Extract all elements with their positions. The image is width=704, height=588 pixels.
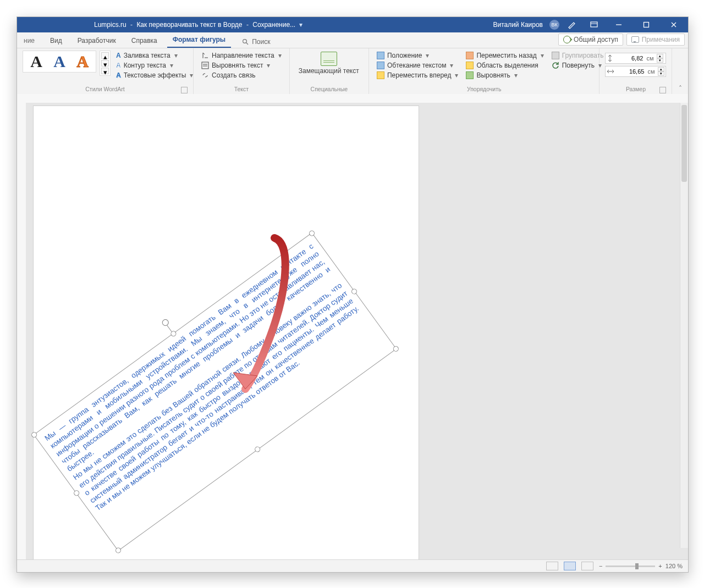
height-up[interactable]: ▴ <box>657 54 663 58</box>
collapse-ribbon-icon[interactable]: ˄ <box>672 82 688 95</box>
comments-button[interactable]: Примечания <box>626 34 685 46</box>
selection-pane-button[interactable]: Область выделения <box>464 60 546 70</box>
bring-forward-button[interactable]: Переместить вперед▾ <box>375 70 460 80</box>
alt-text-icon <box>321 52 337 66</box>
view-print-layout[interactable] <box>564 562 576 570</box>
zoom-control[interactable]: − + 120 % <box>599 563 683 569</box>
group-label-arrange: Упорядочить <box>375 85 593 95</box>
align-text-button[interactable]: Выровнять текст▾ <box>199 60 284 70</box>
resize-handle-tr[interactable] <box>308 229 316 237</box>
comment-icon <box>631 36 639 43</box>
tab-truncated[interactable]: ние <box>24 34 40 48</box>
svg-point-2 <box>243 40 247 43</box>
zoom-out-icon[interactable]: − <box>599 563 602 569</box>
group-size: см ▴▾ см ▴▾ Размер <box>600 48 672 95</box>
scrollbar-thumb[interactable] <box>681 105 687 182</box>
document-area: Мы — группа энтузиастов, одержимых идеей… <box>17 94 688 560</box>
tab-developer[interactable]: Разработчик <box>72 34 122 48</box>
close-button[interactable] <box>662 17 686 32</box>
gallery-more-icon[interactable]: ▾ <box>101 68 109 74</box>
wordart-gallery[interactable]: A A A <box>23 51 96 73</box>
account-name[interactable]: Виталий Каиров <box>490 21 546 29</box>
position-button[interactable]: Положение▾ <box>375 51 460 60</box>
tab-view[interactable]: Вид <box>45 34 68 48</box>
account-avatar[interactable]: ВК <box>549 20 559 30</box>
zoom-value[interactable]: 120 % <box>666 563 683 569</box>
group-label-wordart: Стили WordArt <box>85 86 124 92</box>
zoom-knob[interactable] <box>635 563 639 569</box>
document-title: Lumpics.ru - Как переворачивать текст в … <box>17 21 490 29</box>
position-icon <box>377 52 384 59</box>
scroll-down-icon[interactable]: ▾ <box>101 60 109 66</box>
ruler-vertical[interactable] <box>17 103 26 560</box>
wordart-preset-3[interactable]: A <box>74 53 91 70</box>
wordart-gallery-scroll[interactable]: ▴▾▾ <box>100 51 111 76</box>
height-icon <box>607 54 613 62</box>
text-box-shape[interactable]: Мы — группа энтузиастов, одержимых идеей… <box>34 232 397 551</box>
width-up[interactable]: ▴ <box>658 67 664 71</box>
svg-rect-0 <box>591 22 597 27</box>
title-dropdown-icon[interactable]: ▾ <box>297 21 305 29</box>
text-fill-button[interactable]: AЗаливка текста▾ <box>114 51 195 60</box>
wordart-dialog-launcher[interactable] <box>181 87 188 93</box>
maximize-button[interactable] <box>634 17 658 32</box>
width-down[interactable]: ▾ <box>658 71 664 76</box>
scroll-up-icon[interactable]: ▴ <box>101 52 109 59</box>
wordart-preset-2[interactable]: A <box>51 53 68 70</box>
group-wordart: A A A ▴▾▾ AЗаливка текста▾ AКонтур текст… <box>17 48 194 95</box>
zoom-slider[interactable] <box>606 565 655 567</box>
view-web-layout[interactable] <box>581 562 593 570</box>
ruler-horizontal[interactable] <box>17 94 688 103</box>
shape-height-input[interactable]: см ▴▾ <box>605 53 666 64</box>
resize-handle-bl[interactable] <box>114 547 122 554</box>
text-direction-button[interactable]: Направление текста▾ <box>199 51 284 60</box>
svg-rect-3 <box>202 62 208 69</box>
search-icon <box>242 38 249 45</box>
scrollbar-vertical[interactable] <box>680 103 688 548</box>
wordart-preset-1[interactable]: A <box>28 53 45 70</box>
page-viewport[interactable]: Мы — группа энтузиастов, одержимых идеей… <box>26 103 688 560</box>
group-label-text: Текст <box>199 85 284 95</box>
text-effects-button[interactable]: AТекстовые эффекты▾ <box>114 70 195 80</box>
resize-handle-br[interactable] <box>392 345 400 353</box>
selection-pane-icon <box>466 62 474 69</box>
group-accessibility: Замещающий текст Специальные возможности <box>290 48 369 95</box>
send-backward-button[interactable]: Переместить назад▾ <box>464 51 546 60</box>
alt-text-button[interactable]: Замещающий текст <box>295 51 362 75</box>
align-objects-button[interactable]: Выровнять▾ <box>464 70 546 80</box>
size-dialog-launcher[interactable] <box>659 87 666 93</box>
svg-rect-1 <box>644 23 649 27</box>
drawing-mode-icon[interactable] <box>563 17 581 32</box>
wrap-icon <box>377 62 384 69</box>
forward-icon <box>377 71 384 79</box>
group-arrange: Положение▾ Обтекание текстом▾ Переместит… <box>369 48 600 95</box>
share-button[interactable]: Общий доступ <box>558 34 623 46</box>
document-page[interactable]: Мы — группа энтузиастов, одержимых идеей… <box>34 106 419 560</box>
resize-handle-tl[interactable] <box>30 431 38 439</box>
tab-shape-format[interactable]: Формат фигуры <box>167 33 231 48</box>
tell-me-search[interactable]: Поиск <box>239 36 273 48</box>
view-read-mode[interactable] <box>546 562 558 570</box>
ribbon-options-icon[interactable] <box>585 17 603 32</box>
search-label: Поиск <box>252 38 270 46</box>
minimize-button[interactable] <box>607 17 631 32</box>
text-box[interactable]: Мы — группа энтузиастов, одержимых идеей… <box>34 232 397 551</box>
zoom-in-icon[interactable]: + <box>658 563 662 569</box>
rotation-handle[interactable] <box>161 318 170 328</box>
resize-handle-b[interactable] <box>254 446 261 453</box>
rotate-icon <box>552 62 559 69</box>
text-outline-button[interactable]: AКонтур текста▾ <box>114 60 195 70</box>
resize-handle-r[interactable] <box>350 287 358 295</box>
create-link-button[interactable]: Создать связь <box>199 70 284 80</box>
height-down[interactable]: ▾ <box>657 58 663 63</box>
group-label-accessibility: Специальные возможности <box>295 85 363 95</box>
resize-handle-l[interactable] <box>73 489 80 497</box>
group-label-size: Размер <box>626 86 646 92</box>
wrap-text-button[interactable]: Обтекание текстом▾ <box>375 60 460 70</box>
tab-help[interactable]: Справка <box>126 34 163 48</box>
group-icon <box>552 52 559 59</box>
width-icon <box>607 68 614 75</box>
shape-width-input[interactable]: см ▴▾ <box>605 66 666 77</box>
title-status: Сохранение... <box>252 21 295 29</box>
share-icon <box>563 36 571 43</box>
